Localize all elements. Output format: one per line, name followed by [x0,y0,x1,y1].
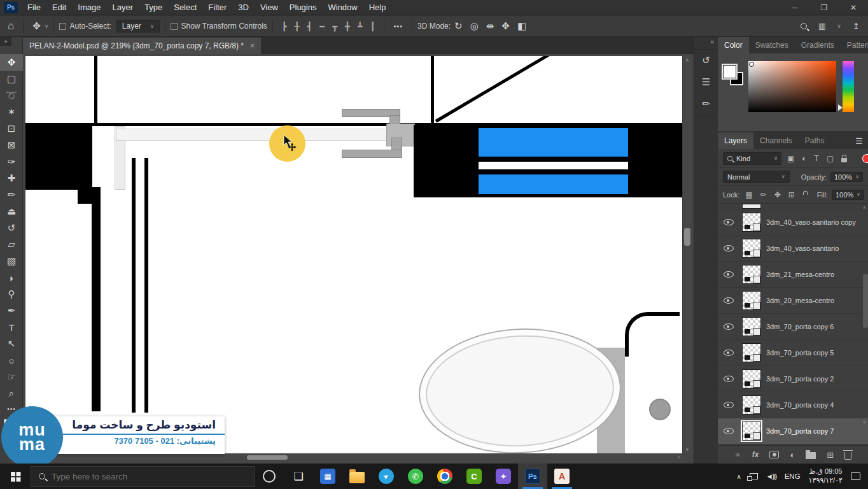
notification-center-icon[interactable] [851,472,860,480]
horizontal-scrollbar[interactable]: › [25,453,682,462]
volume-icon[interactable]: ◄))) [766,472,776,480]
3d-mode-icon[interactable]: ↻ [451,20,466,32]
align-icon[interactable]: ╂ [291,22,304,31]
panel-tab[interactable]: Patterns [841,37,868,53]
cortana-icon[interactable] [255,464,284,489]
layer-row[interactable]: 3dm_40_vaso-sanitario copy [718,209,868,236]
eyedropper-tool[interactable]: ✑ [0,153,23,170]
task-view-icon[interactable]: ❏ [284,464,313,489]
layer-thumbnail[interactable] [742,213,761,232]
menu-item[interactable]: Image [72,0,106,15]
move-tool-preset-icon[interactable]: ✥ [29,20,45,32]
panel-tab[interactable]: Swatches [749,37,795,53]
minimize-icon[interactable]: ─ [780,0,809,15]
recorder-app-icon[interactable]: ✦ [489,464,518,489]
layer-row[interactable]: 3dm_70_porta copy 5 [718,340,868,366]
color-field[interactable] [748,61,836,112]
layer-filter-icon[interactable]: T [813,154,821,163]
add-mask-icon[interactable] [769,451,779,458]
vertical-scroll-thumb[interactable] [684,228,690,246]
visibility-toggle[interactable] [720,350,737,356]
visibility-toggle[interactable] [720,402,737,408]
hand-tool[interactable]: ☞ [0,369,23,385]
menu-item[interactable]: Select [168,0,202,15]
ellipse-tool[interactable]: ○ [0,352,23,369]
layer-row[interactable]: 3dm_20_mesa-centro [718,288,868,314]
layer-style-icon[interactable]: fx [752,450,759,459]
scroll-down-icon[interactable]: ∨ [862,419,866,425]
delete-layer-icon[interactable] [844,452,851,460]
history-brush-tool[interactable]: ↺ [0,220,23,236]
menu-item[interactable]: Edit [46,0,72,15]
menu-item[interactable]: Help [363,0,392,15]
panel-tab[interactable]: Layers [718,132,753,149]
search-icon[interactable] [801,23,807,29]
visibility-toggle[interactable] [720,219,737,225]
scroll-up-icon[interactable]: ∧ [683,57,692,63]
history-panel-icon[interactable]: ↺ [694,50,718,71]
foreground-color-swatch[interactable] [723,65,736,78]
hue-slider[interactable] [843,61,854,112]
more-options-icon[interactable]: ••• [389,22,407,30]
quick-selection-tool[interactable]: ✶ [0,104,23,120]
layer-thumbnail[interactable] [742,422,761,441]
healing-brush-tool[interactable]: ✚ [0,170,23,187]
scroll-right-icon[interactable]: › [678,453,680,460]
fill-input[interactable]: 100% ∨ [832,190,864,200]
pen-tool[interactable]: ✒ [0,302,23,319]
close-icon[interactable]: ✕ [839,0,868,15]
canvas[interactable] [25,56,682,453]
layer-filter-icon[interactable]: ◐ [800,154,808,163]
visibility-toggle[interactable] [720,245,737,252]
3d-mode-icon[interactable]: ✥ [498,20,514,32]
vertical-scrollbar[interactable]: ∧ ∨ [682,56,691,453]
adjustment-layer-icon[interactable]: ◐ [790,450,795,460]
clone-stamp-tool[interactable]: ⏏ [0,203,23,220]
panel-tab[interactable]: Channels [753,132,799,149]
visibility-toggle[interactable] [720,428,737,434]
visibility-toggle[interactable] [720,297,737,304]
zoom-tool[interactable]: ⌕ [0,385,23,402]
align-icon[interactable]: ┃ [367,22,379,31]
taskbar-search[interactable] [31,466,255,487]
eraser-tool[interactable]: ▱ [0,236,23,253]
menu-item[interactable]: View [255,0,284,15]
path-selection-tool[interactable]: ↖ [0,336,23,352]
layer-thumbnail[interactable] [742,291,761,310]
blur-tool[interactable]: ◗ [0,269,23,286]
calculator-icon[interactable]: ▦ [313,464,342,489]
layer-row[interactable]: 3dm_21_mesa-centro [718,262,868,288]
gradient-tool[interactable]: ▧ [0,253,23,269]
menu-item[interactable]: Window [322,0,363,15]
3d-mode-icon[interactable]: ◧ [514,20,530,32]
tab-close-icon[interactable]: × [250,41,255,50]
show-transform-checkbox[interactable] [171,23,178,30]
layer-thumbnail[interactable] [742,369,761,388]
layers-scroll-thumb[interactable] [863,274,868,328]
layer-row[interactable]: 3dm_40_vaso-sanitario [718,236,868,262]
lock-option-icon[interactable]: ✥ [773,190,783,199]
3d-mode-icon[interactable]: ⇹ [482,20,498,32]
kind-filter-dropdown[interactable]: Kind ∨ [723,152,781,165]
share-icon[interactable]: ↥ [853,22,859,31]
camtasia-icon[interactable]: C [459,464,489,489]
start-button[interactable] [0,464,31,489]
home-icon[interactable]: ⌂ [0,20,18,32]
auto-select-target-dropdown[interactable]: Layer ∨ [116,20,160,32]
visibility-toggle[interactable] [720,323,737,330]
layer-row[interactable]: 3dm_70_porta copy 4 [718,392,868,418]
telegram-icon[interactable]: ➤ [372,464,401,489]
layer-thumbnail[interactable] [742,265,761,284]
menu-item[interactable]: 3D [232,0,255,15]
lock-option-icon[interactable]: ✏ [759,190,769,199]
scroll-down-icon[interactable]: ∨ [683,446,692,452]
3d-mode-icon[interactable]: ◎ [466,20,482,32]
language-indicator[interactable]: ENG [785,472,801,480]
scroll-up-icon[interactable]: ∧ [862,205,866,211]
visibility-toggle[interactable] [720,376,737,382]
link-layers-icon[interactable]: ⚭ [734,450,741,460]
lock-option-icon[interactable]: ⊞ [787,190,797,199]
align-icon[interactable]: ╋ [341,22,354,31]
type-tool[interactable]: T [0,319,23,336]
autocad-app-icon[interactable]: A [547,464,577,489]
